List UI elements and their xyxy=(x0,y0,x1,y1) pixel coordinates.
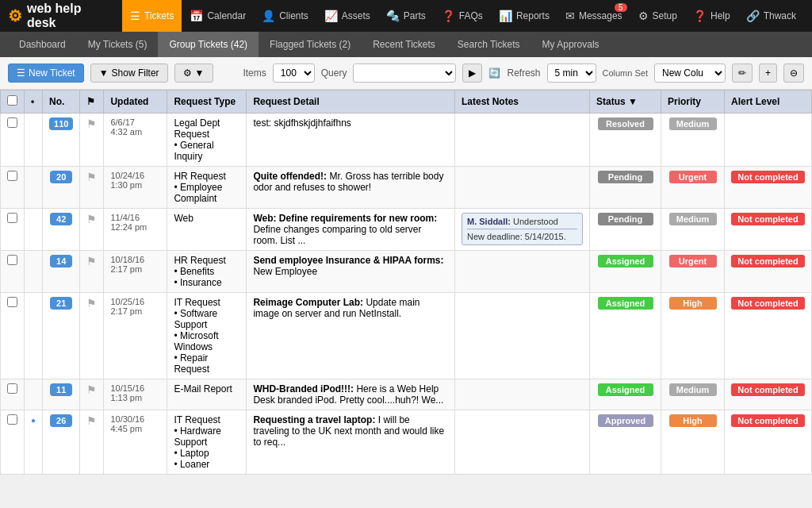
th-alert-level[interactable]: Alert Level xyxy=(725,90,812,114)
nav-item-parts[interactable]: 🔩 Parts xyxy=(378,0,434,32)
row-flag-cell[interactable]: ⚑ xyxy=(80,410,104,475)
ticket-number[interactable]: 21 xyxy=(50,297,72,310)
row-checkbox[interactable] xyxy=(7,213,17,223)
query-select[interactable] xyxy=(353,64,456,83)
nav-item-setup[interactable]: ⚙ Setup xyxy=(630,0,685,32)
row-num-cell[interactable]: 14 xyxy=(43,251,80,293)
subnav-my-tickets[interactable]: My Tickets (5) xyxy=(77,32,159,57)
flag-icon[interactable]: ⚑ xyxy=(86,383,97,396)
row-flag-cell[interactable]: ⚑ xyxy=(80,251,104,293)
query-go-button[interactable]: ▶ xyxy=(462,64,482,83)
th-request-detail[interactable]: Request Detail xyxy=(247,90,455,114)
nav-item-reports[interactable]: 📊 Reports xyxy=(491,0,557,32)
nav-item-faqs[interactable]: ❓ FAQs xyxy=(434,0,491,32)
th-priority[interactable]: Priority xyxy=(661,90,725,114)
row-checkbox[interactable] xyxy=(7,414,17,425)
flag-icon[interactable]: ⚑ xyxy=(86,414,97,427)
select-all-checkbox[interactable] xyxy=(7,95,17,106)
ticket-number[interactable]: 42 xyxy=(50,213,72,225)
row-latest-notes-cell xyxy=(455,114,590,167)
row-checkbox[interactable] xyxy=(7,297,17,307)
row-num-cell[interactable]: 20 xyxy=(43,167,80,209)
row-num-cell[interactable]: 26 xyxy=(43,410,80,475)
column-set-label: Column Set xyxy=(603,68,648,78)
row-checkbox[interactable] xyxy=(7,117,17,128)
flag-icon[interactable]: ⚑ xyxy=(86,171,97,183)
subnav-group-tickets[interactable]: Group Tickets (42) xyxy=(158,32,259,57)
row-alert-cell: Not completed xyxy=(725,379,812,410)
table-row[interactable]: 42 ⚑ 11/4/16 12:24 pm Web Web: Define re… xyxy=(1,209,812,251)
row-checkbox[interactable] xyxy=(7,171,17,181)
table-row[interactable]: ● 26 ⚑ 10/30/16 4:45 pm IT Request • Har… xyxy=(1,410,812,475)
nav-item-help[interactable]: ❓ Help xyxy=(685,0,738,32)
show-filter-button[interactable]: ▼ Show Filter xyxy=(90,64,168,83)
subnav-dashboard[interactable]: Dashboard xyxy=(8,32,77,57)
subnav-my-approvals[interactable]: My Approvals xyxy=(531,32,611,57)
ticket-number[interactable]: 26 xyxy=(50,414,72,427)
row-checkbox-cell[interactable] xyxy=(1,114,25,167)
query-label: Query xyxy=(321,67,347,79)
new-ticket-label: New Ticket xyxy=(29,67,75,79)
th-status[interactable]: Status ▼ xyxy=(590,90,661,114)
table-row[interactable]: 110 ⚑ 6/6/17 4:32 am Legal Dept Request … xyxy=(1,114,812,167)
th-flag[interactable]: ⚑ xyxy=(80,90,104,114)
row-dot-cell xyxy=(25,209,43,251)
settings-button[interactable]: ⚙ ▼ xyxy=(174,64,213,83)
row-flag-cell[interactable]: ⚑ xyxy=(80,209,104,251)
row-checkbox-cell[interactable] xyxy=(1,209,25,251)
th-request-type[interactable]: Request Type xyxy=(167,90,247,114)
ticket-number[interactable]: 20 xyxy=(50,171,72,183)
subnav-dashboard-label: Dashboard xyxy=(19,39,66,50)
flag-icon[interactable]: ⚑ xyxy=(86,297,97,310)
nav-item-thwack[interactable]: 🔗 Thwack xyxy=(738,0,804,32)
column-set-edit-button[interactable]: ✏ xyxy=(732,64,753,83)
row-request-type-cell: IT Request • Software Support• Microsoft… xyxy=(167,293,247,379)
row-num-cell[interactable]: 110 xyxy=(43,114,80,167)
new-ticket-button[interactable]: ☰ New Ticket xyxy=(8,64,84,83)
nav-item-calendar[interactable]: 📅 Calendar xyxy=(182,0,254,32)
table-row[interactable]: 11 ⚑ 10/15/16 1:13 pm E-Mail Report WHD-… xyxy=(1,379,812,410)
flag-icon[interactable]: ⚑ xyxy=(86,255,97,267)
subnav-flagged-tickets[interactable]: Flagged Tickets (2) xyxy=(259,32,362,57)
row-checkbox-cell[interactable] xyxy=(1,379,25,410)
help-icon: ❓ xyxy=(693,10,707,22)
flag-icon[interactable]: ⚑ xyxy=(86,213,97,225)
ticket-number[interactable]: 110 xyxy=(49,117,73,130)
row-checkbox-cell[interactable] xyxy=(1,167,25,209)
items-select[interactable]: 100 xyxy=(273,64,315,83)
row-flag-cell[interactable]: ⚑ xyxy=(80,114,104,167)
th-num[interactable]: No. xyxy=(43,90,80,114)
row-num-cell[interactable]: 42 xyxy=(43,209,80,251)
th-updated[interactable]: Updated xyxy=(104,90,167,114)
row-checkbox[interactable] xyxy=(7,255,17,265)
row-checkbox-cell[interactable] xyxy=(1,251,25,293)
subnav-search-tickets[interactable]: Search Tickets xyxy=(446,32,531,57)
flag-icon[interactable]: ⚑ xyxy=(86,117,97,130)
row-checkbox-cell[interactable] xyxy=(1,293,25,379)
status-badge: Assigned xyxy=(598,297,653,310)
row-flag-cell[interactable]: ⚑ xyxy=(80,293,104,379)
nav-item-clients[interactable]: 👤 Clients xyxy=(254,0,316,32)
refresh-select[interactable]: 5 min xyxy=(547,64,596,83)
row-num-cell[interactable]: 21 xyxy=(43,293,80,379)
column-set-select[interactable]: New Colu xyxy=(654,64,726,83)
ticket-number[interactable]: 14 xyxy=(50,255,72,267)
table-row[interactable]: 21 ⚑ 10/25/16 2:17 pm IT Request • Softw… xyxy=(1,293,812,379)
nav-item-tickets[interactable]: ☰ Tickets xyxy=(122,0,182,32)
nav-item-messages[interactable]: ✉ Messages 5 xyxy=(557,0,630,32)
th-checkbox[interactable] xyxy=(1,90,25,114)
row-dot-cell xyxy=(25,251,43,293)
column-set-add-button[interactable]: + xyxy=(759,64,777,83)
row-dot-cell: ● xyxy=(25,410,43,475)
table-row[interactable]: 14 ⚑ 10/18/16 2:17 pm HR Request • Benef… xyxy=(1,251,812,293)
column-set-remove-button[interactable]: ⊖ xyxy=(783,64,804,83)
row-flag-cell[interactable]: ⚑ xyxy=(80,379,104,410)
ticket-number[interactable]: 11 xyxy=(50,383,72,396)
nav-item-assets[interactable]: 📈 Assets xyxy=(316,0,378,32)
row-checkbox-cell[interactable] xyxy=(1,410,25,475)
table-row[interactable]: 20 ⚑ 10/24/16 1:30 pm HR Request • Emplo… xyxy=(1,167,812,209)
row-checkbox[interactable] xyxy=(7,383,17,394)
row-flag-cell[interactable]: ⚑ xyxy=(80,167,104,209)
subnav-recent-tickets[interactable]: Recent Tickets xyxy=(362,32,446,57)
row-num-cell[interactable]: 11 xyxy=(43,379,80,410)
